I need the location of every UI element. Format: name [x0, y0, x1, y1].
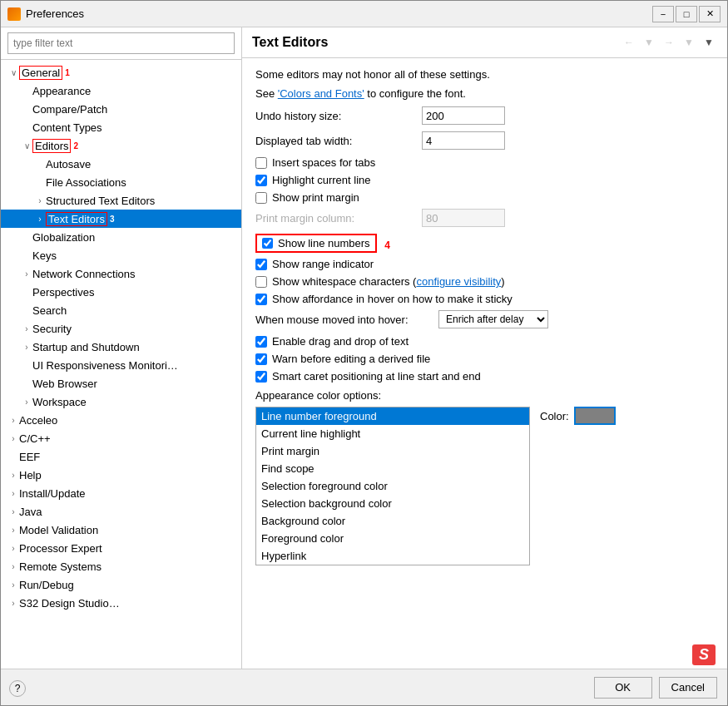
tree-label-compare: Compare/Patch — [32, 103, 107, 116]
forward-dropdown-button[interactable]: ▼ — [681, 34, 697, 51]
show-whitespace-link[interactable]: configure visibility — [416, 275, 501, 288]
tree-label-keys: Keys — [32, 249, 57, 262]
tree-label-globalization: Globalization — [32, 231, 95, 244]
checkbox-row-insert-spaces: Insert spaces for tabs — [255, 156, 714, 169]
undo-history-input[interactable] — [422, 106, 505, 125]
color-item-background[interactable]: Background color — [256, 512, 529, 530]
tree-item-s32[interactable]: ›S32 Design Studio… — [1, 594, 241, 612]
ok-button[interactable]: OK — [594, 677, 652, 699]
undo-history-row: Undo history size: — [255, 106, 714, 125]
tree-item-compare[interactable]: Compare/Patch — [1, 100, 241, 118]
tree-arrow-java: › — [7, 507, 19, 516]
help-button[interactable]: ? — [9, 680, 26, 697]
show-print-margin-checkbox[interactable] — [255, 192, 267, 204]
tree-item-content-types[interactable]: Content Types — [1, 118, 241, 136]
tree-label-cpp: C/C++ — [19, 432, 51, 445]
right-header: Text Editors ← ▼ → ▼ ▼ — [242, 27, 727, 58]
cancel-button[interactable]: Cancel — [659, 677, 717, 699]
tree-item-autosave[interactable]: Autosave — [1, 155, 241, 173]
checkbox-row-enable-drag-drop: Enable drag and drop of text — [255, 335, 714, 348]
main-content: ∨General1AppearanceCompare/PatchContent … — [1, 27, 727, 669]
tree-label-content-types: Content Types — [32, 121, 102, 134]
tree-item-keys[interactable]: Keys — [1, 246, 241, 264]
tab-width-input[interactable] — [422, 131, 505, 150]
checkbox-row-highlight-line: Highlight current line — [255, 174, 714, 186]
titlebar: Preferences − □ ✕ — [1, 1, 727, 27]
tree-item-remote-systems[interactable]: ›Remote Systems — [1, 557, 241, 575]
filter-input[interactable] — [7, 32, 235, 54]
color-item-current-line-highlight[interactable]: Current line highlight — [256, 425, 529, 442]
tree-label-s32: S32 Design Studio… — [19, 597, 120, 610]
tree-item-file-assoc[interactable]: File Associations — [1, 173, 241, 191]
insert-spaces-checkbox[interactable] — [255, 157, 267, 169]
back-dropdown-button[interactable]: ▼ — [641, 34, 657, 51]
tree-item-java[interactable]: ›Java — [1, 502, 241, 521]
close-button[interactable]: ✕ — [699, 6, 721, 22]
smart-caret-checkbox[interactable] — [255, 371, 267, 383]
show-whitespace-checkbox[interactable] — [255, 276, 267, 288]
bottom-bar: ? OK Cancel — [1, 669, 727, 705]
tree-item-acceleo[interactable]: ›Acceleo — [1, 411, 241, 429]
tree-item-network[interactable]: ›Network Connections — [1, 264, 241, 283]
checkboxes-group2: Show range indicator Show whitespace cha… — [255, 258, 714, 305]
tree-item-perspectives[interactable]: Perspectives — [1, 283, 241, 301]
tree-arrow-cpp: › — [7, 434, 19, 443]
tree-label-processor-expert: Processor Expert — [19, 542, 102, 555]
tree-item-text-editors[interactable]: ›Text Editors3 — [1, 210, 241, 228]
tree-item-globalization[interactable]: Globalization — [1, 228, 241, 246]
color-swatch[interactable] — [574, 407, 616, 425]
tree-label-appearance: Appearance — [32, 85, 91, 97]
forward-button[interactable]: → — [661, 34, 677, 51]
color-item-print-margin[interactable]: Print margin — [256, 442, 529, 460]
color-item-selection-bg[interactable]: Selection background color — [256, 495, 529, 512]
tree-item-editors[interactable]: ∨Editors2 — [1, 136, 241, 155]
color-item-hyperlink[interactable]: Hyperlink — [256, 547, 529, 565]
appearance-label: Appearance color options: — [255, 389, 714, 402]
tree-item-structured-text[interactable]: ›Structured Text Editors — [1, 191, 241, 210]
print-margin-input[interactable] — [422, 209, 505, 227]
tree-item-workspace[interactable]: ›Workspace — [1, 392, 241, 411]
tree-arrow-processor-expert: › — [7, 544, 19, 553]
tree-item-install-update[interactable]: ›Install/Update — [1, 484, 241, 502]
tree-arrow-structured-text: › — [34, 196, 46, 205]
tree-item-run-debug[interactable]: ›Run/Debug — [1, 575, 241, 594]
tree-arrow-general: ∨ — [7, 68, 19, 77]
checkboxes-group3: Enable drag and drop of text Warn before… — [255, 335, 714, 383]
tree-label-run-debug: Run/Debug — [19, 579, 74, 591]
panel-menu-button[interactable]: ▼ — [701, 34, 717, 51]
colors-fonts-link[interactable]: 'Colors and Fonts' — [278, 87, 364, 100]
color-item-line-number-fg[interactable]: Line number foreground — [256, 407, 529, 425]
tree-item-processor-expert[interactable]: ›Processor Expert — [1, 539, 241, 557]
tree: ∨General1AppearanceCompare/PatchContent … — [1, 60, 241, 669]
show-affordance-checkbox[interactable] — [255, 294, 267, 305]
show-range-checkbox[interactable] — [255, 259, 267, 270]
tree-item-web-browser[interactable]: Web Browser — [1, 374, 241, 392]
window-title: Preferences — [26, 7, 652, 20]
print-margin-row: Print margin column: — [255, 209, 714, 227]
color-item-foreground[interactable]: Foreground color — [256, 530, 529, 547]
tree-label-java: Java — [19, 506, 42, 518]
color-item-find-scope[interactable]: Find scope — [256, 460, 529, 477]
minimize-button[interactable]: − — [652, 6, 674, 22]
tree-item-cpp[interactable]: ›C/C++ — [1, 429, 241, 447]
tree-item-eef[interactable]: EEF — [1, 447, 241, 466]
warn-derived-label: Warn before editing a derived file — [272, 353, 430, 365]
tree-item-startup[interactable]: ›Startup and Shutdown — [1, 338, 241, 356]
hover-select[interactable]: Enrich after delayNever enrichEnrich imm… — [438, 310, 548, 328]
back-button[interactable]: ← — [621, 34, 637, 51]
tree-label-acceleo: Acceleo — [19, 414, 57, 427]
show-line-numbers-checkbox[interactable] — [262, 238, 273, 249]
tree-item-help[interactable]: ›Help — [1, 466, 241, 484]
maximize-button[interactable]: □ — [676, 6, 697, 22]
note1: Some editors may not honor all of these … — [255, 68, 714, 81]
tree-item-model-validation[interactable]: ›Model Validation — [1, 521, 241, 539]
tree-item-general[interactable]: ∨General1 — [1, 63, 241, 81]
tree-item-security[interactable]: ›Security — [1, 319, 241, 338]
color-item-selection-fg[interactable]: Selection foreground color — [256, 477, 529, 495]
tree-item-search[interactable]: Search — [1, 301, 241, 319]
tree-item-ui-responsiveness[interactable]: UI Responsiveness Monitori… — [1, 356, 241, 374]
warn-derived-checkbox[interactable] — [255, 353, 267, 365]
enable-drag-drop-checkbox[interactable] — [255, 336, 267, 348]
highlight-line-checkbox[interactable] — [255, 175, 267, 186]
tree-item-appearance[interactable]: Appearance — [1, 81, 241, 100]
